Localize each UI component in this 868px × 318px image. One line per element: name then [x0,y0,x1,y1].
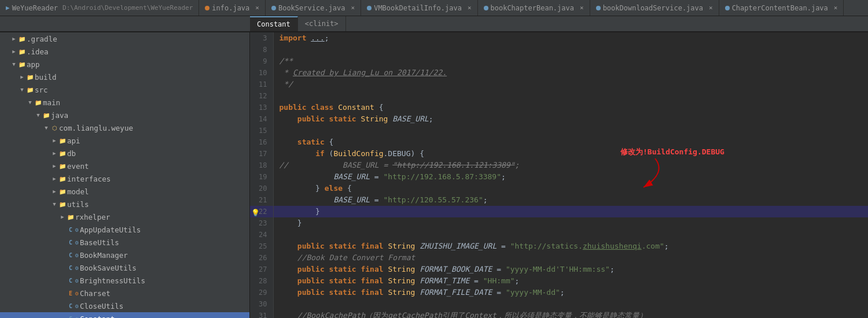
chevron-right-icon: ▶ [51,175,58,182]
sidebar-item-BookSaveUtils[interactable]: C ⚙ BookSaveUtils [0,261,249,274]
line-content: public class Constant { [273,102,868,113]
editor-tab-constant[interactable]: Constant [250,16,298,31]
sidebar-item-label: .gradle [27,35,57,43]
sidebar-item-rxhelper[interactable]: ▶ 📁 rxhelper [0,210,249,223]
tab-bookdownload[interactable]: bookDownloadService.java × [590,0,719,16]
sidebar-item-app[interactable]: ▼ 📁 app [0,58,249,71]
sidebar-item-label: interfaces [67,175,111,183]
sidebar-item-label: Constant [80,315,115,319]
chevron-right-icon: ▶ [51,162,58,169]
tab-bookservice[interactable]: BookService.java × [266,0,361,16]
line-content: import ...; [273,32,868,44]
sidebar-item-api[interactable]: ▶ 📁 api [0,134,249,147]
sidebar-item-BaseUtils[interactable]: C ⚙ BaseUtils [0,236,249,249]
tab-bookchapterbean[interactable]: bookChapterBean.java × [478,0,590,16]
sidebar-item-main[interactable]: ▼ 📁 main [0,96,249,109]
sidebar-item-label: db [67,149,76,158]
line-content [273,44,868,56]
tab-chaptercontent[interactable]: ChapterContentBean.java × [719,0,844,16]
sidebar-item-db[interactable]: ▶ 📁 db [0,147,249,160]
tab-vmbookdetail[interactable]: VMBookDetailInfo.java × [361,0,477,16]
line-content: //BookCachePath（因为getCachePath引用了Context… [273,310,868,318]
spacer [59,290,66,297]
sidebar-item-label: CloseUtils [80,302,123,310]
table-row: 14 public static String BASE_URL; [250,113,868,125]
chevron-down-icon: ▼ [27,99,34,106]
sidebar-item-label: .idea [27,47,49,56]
chevron-down-icon: ▼ [19,86,25,93]
class-icon: C [66,250,75,260]
sidebar-item-Charset[interactable]: E ⚙ Charset [0,287,249,299]
sidebar-item-build[interactable]: ▶ 📁 build [0,71,249,83]
class-icon: C [66,263,75,272]
tab-project[interactable]: ▶ WeYueReader D:\Android\Development\WeY… [0,0,199,16]
line-number: 9 [250,56,273,67]
sidebar-item-label: app [27,60,40,69]
spacer [59,239,66,246]
table-row: 22 💡 } [250,206,868,217]
line-content [273,298,868,310]
line-content: BASE_URL = "http://120.55.57.236"; [273,194,868,206]
code-editor[interactable]: 3 import ...; 8 9 /** 10 * Created by Li… [250,32,868,318]
line-content: public static final String FORMAT_FILE_D… [273,287,868,298]
table-row: 12 [250,90,868,102]
java-icon [367,6,372,10]
spacer [59,302,66,309]
spacer [59,264,66,271]
line-content: } else { [273,183,868,194]
sidebar-item-model[interactable]: ▶ 📁 model [0,185,249,198]
table-row: 11 */ [250,79,868,90]
sidebar-item-label: java [51,111,68,120]
sidebar-item-java[interactable]: ▼ 📁 java [0,109,249,121]
line-number: 28 [250,275,273,287]
class-sub-icon: ⚙ [75,265,79,271]
sidebar-item-Constant[interactable]: C ⚙ Constant [0,312,249,318]
table-row: 10 * Created by Liang_Lu on 2017/11/22. [250,67,868,79]
line-number: 16 [250,136,273,148]
table-row: 13 public class Constant { [250,102,868,113]
folder-icon: 📁 [25,72,35,82]
sidebar-item-label: utils [67,200,89,209]
sidebar-item-label: model [67,187,89,196]
line-number: 22 💡 [250,206,273,217]
class-sub-icon: ⚙ [75,227,79,233]
table-row: 24 [250,229,868,241]
spacer [59,277,66,284]
tab-info[interactable]: info.java × [199,0,266,16]
chevron-right-icon: ▶ [51,137,58,144]
line-content: /** [273,56,868,67]
spacer [59,252,66,258]
sidebar-item-AppUpdateUtils[interactable]: C ⚙ AppUpdateUtils [0,223,249,236]
folder-icon: 📁 [58,149,67,158]
line-number: 21 [250,194,273,206]
chevron-right-icon: ▶ [10,35,17,42]
table-row: 31 //BookCachePath（因为getCachePath引用了Cont… [250,310,868,318]
line-content: } [273,217,868,229]
sidebar-item-src[interactable]: ▼ 📁 src [0,83,249,96]
line-content [273,90,868,102]
editor-tab-clinit[interactable]: <clinit> [298,16,346,31]
sidebar-item-label: BrightnessUtils [80,276,145,285]
folder-icon: 📁 [25,85,35,94]
line-number: 29 [250,287,273,298]
sidebar-item-package[interactable]: ▼ ⬡ com.lianglu.weyue [0,121,249,134]
sidebar-item-idea[interactable]: ▶ 📁 .idea [0,45,249,58]
table-row: 25 public static final String ZHUISHU_IM… [250,241,868,252]
sidebar-item-utils[interactable]: ▼ 📁 utils [0,198,249,210]
sidebar-item-label: rxhelper [75,213,110,221]
folder-icon: 📁 [58,187,67,196]
sidebar-item-event[interactable]: ▶ 📁 event [0,160,249,172]
sidebar-item-BrightnessUtils[interactable]: C ⚙ BrightnessUtils [0,274,249,287]
table-row: 3 import ...; [250,32,868,44]
line-number: 24 [250,229,273,241]
spacer [59,226,66,233]
sidebar-item-BookManager[interactable]: C ⚙ BookManager [0,249,249,261]
folder-icon: 📁 [58,136,67,145]
sidebar-item-gradle[interactable]: ▶ 📁 .gradle [0,32,249,45]
sidebar-item-interfaces[interactable]: ▶ 📁 interfaces [0,172,249,185]
sidebar-item-CloseUtils[interactable]: C ⚙ CloseUtils [0,299,249,312]
table-row: 30 [250,298,868,310]
line-number: 15 [250,125,273,136]
table-row: 20 } else { [250,183,868,194]
line-number: 31 [250,310,273,318]
